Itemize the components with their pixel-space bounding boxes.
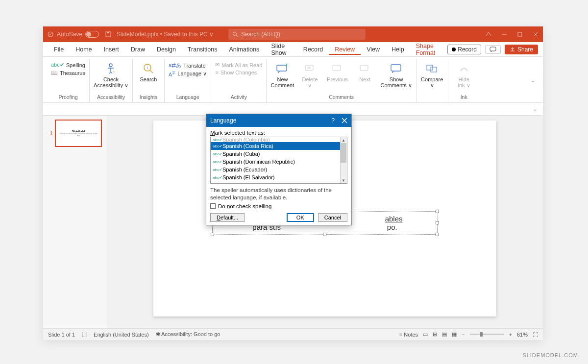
save-icon[interactable] [105,31,112,38]
scroll-down-icon[interactable]: ▼ [341,177,346,183]
ribbon-collapse-icon[interactable]: ⌄ [531,77,539,84]
show-comments-button[interactable]: Show Comments ∨ [380,62,412,89]
document-title[interactable]: SlideModel.pptx • Saved to this PC ∨ [117,31,214,38]
svg-rect-20 [360,65,368,71]
close-dialog-icon[interactable] [342,118,347,123]
status-bar: Slide 1 of 1 ⬚ English (United States) ✱… [43,328,543,340]
ribbon-display-icon[interactable] [485,31,492,38]
sorter-view-icon[interactable]: ⊞ [433,331,437,338]
do-not-check-spelling-checkbox[interactable]: Do not check spelling [210,203,347,209]
language-status[interactable]: English (United States) [94,332,149,338]
share-button[interactable]: Share [505,45,538,54]
new-comment-button[interactable]: +New Comment [270,62,294,88]
zoom-slider[interactable] [470,334,504,335]
previous-icon [330,62,344,75]
title-bar: AutoSave SlideModel.pptx • Saved to this… [43,26,543,42]
tab-insert[interactable]: Insert [98,44,125,55]
search-icon [232,31,238,37]
zoom-out-icon[interactable]: − [462,332,465,338]
list-item[interactable]: abc✔Spanish (Dominican Republic) [211,158,347,166]
record-button[interactable]: Record [447,45,481,54]
list-item[interactable]: abc✔Spanish (Colombia) [211,137,347,142]
ok-button[interactable]: OK [287,213,314,222]
thumb-number: 1 [50,130,53,136]
tab-transitions[interactable]: Transitions [182,44,223,55]
list-item[interactable]: abc✔Spanish (Ecuador) [211,166,347,173]
tab-view[interactable]: View [361,44,386,55]
comments-button[interactable] [485,45,501,54]
list-item[interactable]: abc✔Spanish (El Salvador) [211,173,347,181]
next-icon [358,62,371,75]
minimize-icon[interactable] [501,31,508,38]
language-listbox[interactable]: abc✔Spanish (Colombia) abc✔Spanish (Cost… [210,137,347,184]
tab-draw[interactable]: Draw [125,44,151,55]
tab-slideshow[interactable]: Slide Show [265,41,297,58]
tab-review[interactable]: Review [329,44,361,55]
tab-design[interactable]: Design [151,44,182,55]
resize-handle[interactable] [436,210,439,213]
spelling-icon: abc✔ [51,62,64,68]
default-button[interactable]: Default... [210,213,245,222]
check-accessibility-button[interactable]: Check Accessibility ∨ [94,62,128,89]
zoom-level[interactable]: 61% [517,332,528,338]
close-icon[interactable] [532,31,539,38]
help-icon[interactable]: ? [331,117,335,124]
svg-point-3 [233,32,237,36]
thesaurus-button[interactable]: 📖Thesaurus [51,70,85,76]
language-dialog: Language ? Mark selected text as: abc✔Sp… [206,114,352,225]
list-item-selected[interactable]: abc✔Spanish (Costa Rica) [211,142,347,150]
tab-file[interactable]: File [48,44,70,55]
tab-shape-format[interactable]: Shape Format [410,41,448,58]
svg-rect-22 [427,65,433,70]
listbox-scrollbar[interactable]: ▲ ▼ [340,137,347,183]
tab-animations[interactable]: Animations [223,44,266,55]
resize-handle[interactable] [436,221,439,224]
resize-handle[interactable] [211,233,214,236]
autosave-toggle[interactable]: AutoSave [47,31,99,38]
share-icon [510,47,515,52]
notes-button[interactable]: ≡ Notes [399,332,418,338]
fit-to-window-icon[interactable]: ⛶ [533,332,538,338]
maximize-icon[interactable] [516,31,523,38]
list-item[interactable]: abc✔Spanish (Cuba) [211,150,347,158]
mark-text-label: Mark selected text as: [210,130,347,136]
scroll-up-icon[interactable]: ▲ [341,137,346,143]
thumb-text: Lorem ipsum dolor sit amet consectetur a… [56,133,101,137]
scroll-thumb[interactable] [341,143,346,163]
svg-rect-2 [107,32,109,33]
resize-handle[interactable] [323,233,326,236]
slide-thumbnail-1[interactable]: 1 SlideModel Lorem ipsum dolor sit amet … [55,120,102,147]
accessibility-status[interactable]: ✱ Accessibility: Good to go [156,331,220,338]
thumbnail-pane[interactable]: 1 SlideModel Lorem ipsum dolor sit amet … [43,116,107,328]
translate-icon: a⇄あ [169,62,181,69]
translate-button[interactable]: a⇄あTranslate [169,62,206,69]
normal-view-icon[interactable]: ▭ [423,331,428,338]
chevron-down-icon[interactable]: ⌄ [533,106,537,112]
language-icon: A字 [169,71,175,77]
zoom-in-icon[interactable]: + [509,332,512,338]
tab-record[interactable]: Record [297,44,329,55]
compare-button[interactable]: Compare ∨ [420,62,444,89]
tab-home[interactable]: Home [70,44,98,55]
spellcheck-icon: abc✔ [213,175,220,180]
checkbox-box[interactable] [210,203,216,209]
search-big-icon: i [142,62,155,75]
search-button[interactable]: i Search [137,62,160,82]
autosave-icon [47,31,54,38]
spelling-button[interactable]: abc✔Spelling [51,62,85,68]
toggle-switch[interactable] [85,31,99,38]
dialog-titlebar[interactable]: Language ? [206,114,351,127]
spell-check-status-icon[interactable]: ⬚ [82,331,87,338]
svg-line-4 [236,35,238,37]
resize-handle[interactable] [436,233,439,236]
svg-point-10 [109,64,112,67]
tab-help[interactable]: Help [386,44,410,55]
slide-counter[interactable]: Slide 1 of 1 [48,332,75,338]
language-button[interactable]: A字Language ∨ [169,71,207,77]
cancel-button[interactable]: Cancel [318,213,347,222]
search-input[interactable]: Search (Alt+Q) [228,29,366,40]
reading-view-icon[interactable]: ▤ [442,331,447,338]
slideshow-view-icon[interactable]: ▦ [452,331,457,338]
spellcheck-icon: abc✔ [213,152,220,156]
accessibility-icon [104,62,118,75]
